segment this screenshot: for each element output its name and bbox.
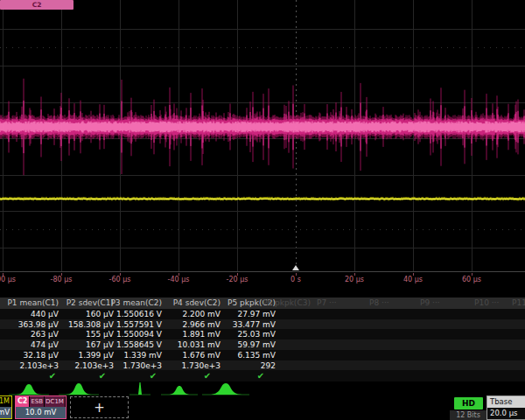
param-header-inactive[interactable]: P6 pkpk(C3) xyxy=(262,298,324,308)
timebase-value: 20.0 µs xyxy=(487,408,525,419)
histicon xyxy=(168,386,191,395)
measure-value: 474 µV xyxy=(0,340,59,350)
measure-row: 440 µV160 µV1.550616 V2.200 mV27.97 mV xyxy=(0,309,525,319)
param-header[interactable]: P4 sdev(C2) xyxy=(159,298,220,308)
param-header-inactive[interactable]: P9 ··· xyxy=(420,298,481,308)
measure-status-row: ✔✔✔✔✔ xyxy=(0,370,525,382)
param-header-inactive[interactable]: P11 xyxy=(512,298,525,308)
channel-c2-descriptor[interactable]: C2 ESB DC1M 10.0 mV xyxy=(15,396,66,419)
bottom-bar: DC1M 10.0 mV C2 ESB DC1M 10.0 mV + HD 12… xyxy=(0,396,525,420)
waveform-grid xyxy=(0,0,525,273)
measure-value: 440 µV xyxy=(0,309,59,319)
c1-coupling-label: DC1M xyxy=(0,396,11,407)
axis-tick-label: -60 µs xyxy=(98,276,142,284)
c2-scale-value: 10.0 mV xyxy=(16,407,66,418)
measure-value: 1.550616 V xyxy=(101,309,162,319)
histicon xyxy=(16,384,42,395)
measure-value: 1.730e+3 xyxy=(159,360,220,371)
measure-row: 474 µV167 µV1.558645 V10.031 mV59.97 mV xyxy=(0,340,525,350)
histicon xyxy=(138,382,142,395)
trigger-position-marker[interactable] xyxy=(292,265,299,270)
measure-value: 2.966 mV xyxy=(159,319,220,330)
measure-header-row: P1 mean(C1)P2 sdev(C1)P3 mean(C2)P4 sdev… xyxy=(0,298,525,309)
axis-tick-label: -20 µs xyxy=(215,276,259,284)
timebase-title: Tbase xyxy=(487,396,525,408)
c2-tag-chip: ESB xyxy=(30,396,44,407)
histicon xyxy=(66,383,92,395)
measure-value: 1.730e+3 xyxy=(101,360,162,371)
axis-tick-label: -40 µs xyxy=(157,276,200,284)
trace-label-chip[interactable]: C2 xyxy=(0,0,74,10)
measure-value: 1.557591 V xyxy=(101,319,162,330)
measure-row: 363.98 µV158.308 µV1.557591 V2.966 mV33.… xyxy=(0,319,525,330)
param-header[interactable]: P1 mean(C1) xyxy=(0,298,59,308)
axis-tick-label: 0 s xyxy=(274,276,318,284)
timebase-descriptor[interactable]: Tbase 20.0 µs xyxy=(486,396,525,420)
measure-value: 1.676 mV xyxy=(159,350,220,360)
measure-value: 59.97 mV xyxy=(214,340,276,350)
measure-value: 33.477 mV xyxy=(214,319,276,330)
c2-coupling-chip: DC1M xyxy=(45,396,65,407)
parameter-histicons xyxy=(0,382,525,396)
channel-c1-descriptor[interactable]: DC1M 10.0 mV xyxy=(0,396,12,419)
histicon xyxy=(209,383,242,395)
measure-value: 27.97 mV xyxy=(214,309,276,319)
measure-value: 10.031 mV xyxy=(159,340,220,350)
measure-value: 32.18 µV xyxy=(0,350,59,360)
measure-value: 1.550094 V xyxy=(101,329,162,340)
axis-tick-label: 40 µs xyxy=(391,276,435,284)
measurement-table: P1 mean(C1)P2 sdev(C1)P3 mean(C2)P4 sdev… xyxy=(0,298,525,382)
measure-row: 32.18 µV1.399 µV1.339 mV1.676 mV6.135 mV xyxy=(0,350,525,360)
measure-row: 2.103e+32.103e+31.730e+31.730e+3292 xyxy=(0,360,525,371)
status-check-icon: ✔ xyxy=(252,370,270,382)
measure-row: 263 µV155 µV1.550094 V1.891 mV25.03 mV xyxy=(0,329,525,340)
c2-channel-chip: C2 xyxy=(16,396,29,407)
axis-tick-label: -100 µs xyxy=(0,276,24,284)
measure-value: 263 µV xyxy=(0,329,59,340)
time-axis: -100 µs-80 µs-60 µs-40 µs-20 µs0 s20 µs4… xyxy=(0,273,525,287)
add-trace-button[interactable]: + xyxy=(70,396,129,418)
status-check-icon: ✔ xyxy=(144,370,162,382)
oscilloscope-screen: C2 -100 µs-80 µs-60 µs-40 µs-20 µs0 s20 … xyxy=(0,0,525,420)
status-check-icon: ✔ xyxy=(199,370,216,382)
hd-mode-badge[interactable]: HD xyxy=(454,397,483,410)
measure-value: 6.135 mV xyxy=(214,350,276,360)
measure-value: 2.103e+3 xyxy=(0,360,59,371)
axis-tick-label: -80 µs xyxy=(39,276,83,284)
resolution-bits-label: 12 Bits xyxy=(450,410,486,420)
measure-value: 1.558645 V xyxy=(101,340,162,350)
measure-value: 363.98 µV xyxy=(0,319,59,330)
param-header[interactable]: P3 mean(C2) xyxy=(101,298,162,308)
measure-value: 1.339 mV xyxy=(101,350,162,360)
measure-value: 2.200 mV xyxy=(159,309,220,319)
measure-value: 25.03 mV xyxy=(214,329,276,340)
c1-scale-value: 10.0 mV xyxy=(0,407,11,418)
status-check-icon: ✔ xyxy=(44,370,61,382)
measure-value: 292 xyxy=(214,360,276,371)
axis-tick-label: 60 µs xyxy=(450,276,494,284)
waveform-traces xyxy=(0,0,525,273)
measure-value: 1.891 mV xyxy=(159,329,220,340)
status-check-icon: ✔ xyxy=(94,370,111,382)
axis-tick-label: 20 µs xyxy=(332,276,376,284)
